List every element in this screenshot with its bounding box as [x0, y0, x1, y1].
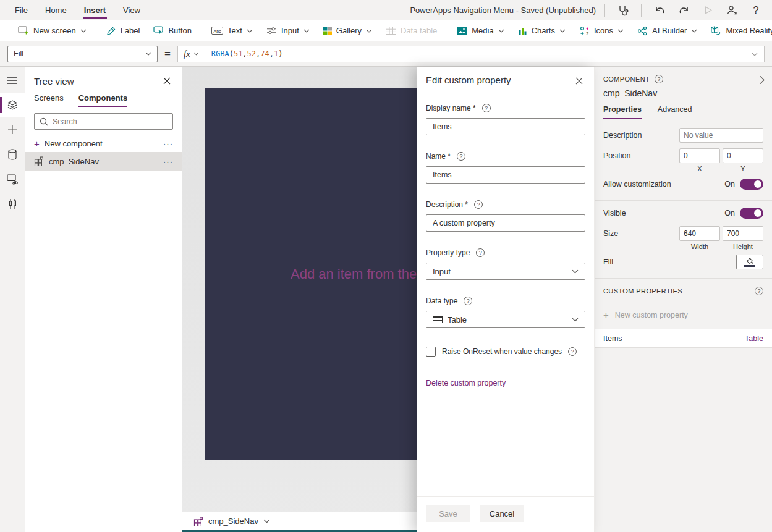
menu-insert[interactable]: Insert [84, 0, 106, 20]
name-field[interactable] [426, 166, 585, 184]
insert-plus-icon[interactable] [0, 117, 25, 142]
media-menu-button[interactable]: Media [450, 20, 511, 41]
display-name-field[interactable] [426, 118, 585, 135]
position-x-field[interactable] [679, 148, 720, 163]
edit-custom-property-dialog: Edit custom property Display name * ? Na… [417, 67, 595, 532]
custom-property-row[interactable]: Items Table [595, 329, 772, 348]
description-value-field[interactable] [679, 128, 763, 143]
undo-icon[interactable] [653, 4, 666, 17]
fill-color-swatch [744, 265, 755, 267]
formula-input[interactable]: RGBA(51,52,74,1) [205, 46, 765, 62]
play-icon[interactable] [702, 4, 714, 17]
tree-view-close-icon[interactable] [161, 75, 173, 87]
chevron-down-icon[interactable] [263, 519, 270, 523]
panel-expand-chevron[interactable] [760, 75, 765, 87]
tree-view-panel: Tree view Screens Components + New compo… [25, 67, 182, 532]
redo-icon[interactable] [677, 4, 690, 17]
button-button[interactable]: Button [146, 20, 198, 41]
help-icon[interactable]: ? [655, 75, 663, 83]
text-menu-button[interactable]: Abc Text [205, 20, 260, 41]
help-icon[interactable]: ? [750, 4, 762, 17]
input-menu-button[interactable]: Input [260, 20, 316, 41]
icons-label: Icons [594, 26, 613, 35]
component-icon [193, 517, 203, 526]
menu-home[interactable]: Home [45, 0, 67, 20]
hamburger-menu-icon[interactable] [0, 68, 25, 93]
position-y-field[interactable] [723, 148, 763, 163]
media-panel-icon[interactable] [0, 167, 25, 192]
tree-view-tabs: Screens Components [25, 91, 182, 107]
app-checker-icon[interactable] [617, 4, 629, 17]
search-input[interactable] [53, 117, 168, 126]
cancel-button[interactable]: Cancel [480, 505, 524, 522]
formula-paren: ( [229, 49, 234, 58]
label-button[interactable]: Label [100, 20, 147, 41]
new-component-row[interactable]: + New component ··· [25, 135, 182, 152]
custom-property-type[interactable]: Table [745, 334, 763, 343]
formula-comma: , [242, 49, 247, 58]
menu-file[interactable]: File [15, 0, 28, 20]
panel-tabs: Properties Advanced [595, 98, 772, 119]
size-width-field[interactable] [679, 226, 720, 241]
menu-view[interactable]: View [123, 0, 140, 20]
allow-customization-toggle[interactable] [740, 179, 763, 190]
new-custom-property-button[interactable]: + New custom property [595, 310, 772, 320]
tree-item-cmp-sidenav[interactable]: cmp_SideNav ··· [25, 152, 182, 171]
help-icon[interactable]: ? [482, 104, 491, 112]
dialog-close-icon[interactable] [573, 75, 585, 87]
new-screen-button[interactable]: New screen [11, 20, 93, 41]
gallery-menu-button[interactable]: Gallery [316, 20, 379, 41]
data-sources-icon[interactable] [0, 142, 25, 167]
divider [595, 278, 772, 279]
fx-button[interactable]: fx [177, 46, 205, 62]
data-type-dropdown[interactable]: Table [426, 311, 585, 328]
property-type-label: Property type [426, 248, 470, 257]
fill-color-picker-button[interactable] [736, 255, 763, 269]
save-button[interactable]: Save [426, 505, 470, 522]
new-component-label: New component [45, 139, 103, 148]
icons-menu-button[interactable]: 2 Icons [572, 20, 630, 41]
tree-view-icon[interactable] [0, 93, 25, 117]
data-type-value: Table [448, 315, 467, 324]
new-screen-label: New screen [33, 26, 76, 35]
paint-bucket-icon [746, 258, 754, 264]
help-icon[interactable]: ? [474, 200, 483, 209]
help-icon[interactable]: ? [457, 152, 465, 161]
search-icon [40, 117, 48, 126]
row-more-icon[interactable]: ··· [163, 139, 173, 148]
visible-toggle[interactable] [740, 208, 763, 219]
fx-glyph: fx [184, 49, 190, 59]
tab-properties[interactable]: Properties [603, 105, 642, 119]
property-selector[interactable]: Fill [7, 46, 158, 62]
menu-bar: File Home Insert View PowerApps Navigati… [0, 0, 772, 20]
size-height-field[interactable] [723, 226, 763, 241]
y-axis-label: Y [723, 165, 763, 172]
height-label: Height [723, 243, 763, 250]
help-icon[interactable]: ? [476, 248, 485, 257]
delete-custom-property-link[interactable]: Delete custom property [426, 379, 585, 387]
tab-screens[interactable]: Screens [34, 93, 64, 107]
divider [595, 200, 772, 201]
tab-components[interactable]: Components [78, 93, 127, 107]
help-icon[interactable]: ? [755, 287, 763, 295]
ai-builder-menu-button[interactable]: AI Builder [630, 20, 704, 41]
help-icon[interactable]: ? [464, 297, 472, 305]
formula-expand-chevron[interactable] [752, 49, 758, 58]
data-table-button[interactable]: Data table [379, 20, 444, 41]
breadcrumb[interactable]: cmp_SideNav [208, 517, 258, 526]
svg-text:2: 2 [586, 31, 589, 36]
help-icon[interactable]: ? [568, 347, 577, 356]
description-field[interactable] [426, 214, 585, 232]
row-more-icon[interactable]: ··· [163, 157, 173, 166]
share-user-icon[interactable] [726, 4, 738, 17]
property-type-dropdown[interactable]: Input [426, 263, 585, 280]
charts-menu-button[interactable]: Charts [511, 20, 572, 41]
tab-advanced[interactable]: Advanced [658, 105, 692, 119]
position-row-label: Position [603, 151, 679, 160]
formula-number: 52 [247, 49, 256, 58]
raise-onreset-checkbox[interactable] [426, 347, 436, 357]
tree-item-label: cmp_SideNav [49, 157, 99, 166]
advanced-tools-icon[interactable] [0, 192, 25, 216]
dialog-title: Edit custom property [426, 75, 511, 85]
mixed-reality-menu-button[interactable]: Mixed Reality [704, 20, 772, 41]
